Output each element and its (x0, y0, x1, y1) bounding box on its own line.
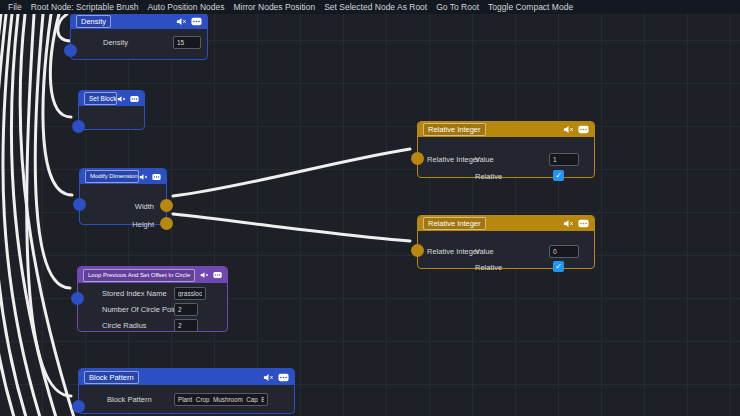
menu-item-auto-position-nodes[interactable]: Auto Position Nodes (147, 0, 224, 14)
mute-icon[interactable] (176, 17, 187, 26)
menu-item-go-to-root[interactable]: Go To Root (436, 0, 479, 14)
menu-item-set-selected-node-as-root[interactable]: Set Selected Node As Root (324, 0, 427, 14)
value-label: Value (475, 155, 494, 164)
modify-dimensions-input-port[interactable] (73, 198, 86, 211)
stored-index-name-input[interactable] (174, 287, 206, 300)
block-pattern-field-label: Block Pattern (107, 395, 152, 404)
node-title: Density (76, 15, 111, 28)
comment-icon[interactable] (152, 173, 161, 181)
node-modify-dimensions-body: Width Height (80, 184, 166, 224)
node-title: Relative Integer (423, 217, 486, 230)
value-input[interactable] (549, 153, 579, 166)
height-output-port[interactable] (160, 217, 173, 230)
relative-label: Relative (475, 172, 502, 181)
set-blocks-input-port[interactable] (72, 120, 85, 133)
menu-item-root-node[interactable]: Root Node: Scriptable Brush (31, 0, 139, 14)
block-pattern-input-port[interactable] (72, 400, 85, 413)
menu-bar: File Root Node: Scriptable Brush Auto Po… (0, 0, 740, 14)
output-label-width: Width (135, 202, 154, 211)
node-title: Loop Previous And Set Offset In Circle (83, 269, 195, 282)
node-modify-dimensions-header[interactable]: Modify Dimensions (80, 169, 166, 184)
node-loop-offset-circle[interactable]: Loop Previous And Set Offset In Circle S… (77, 266, 228, 332)
block-pattern-input[interactable] (174, 393, 268, 406)
edge-to-block-pattern (27, 14, 71, 396)
node-relative-integer-1[interactable]: Relative Integer Relative Integer Value … (417, 121, 595, 178)
input-port-label: Relative Integer (427, 247, 480, 256)
relative-integer-1-input-port[interactable] (411, 152, 424, 165)
node-set-blocks-header[interactable]: Set Blocks (79, 91, 144, 106)
mute-icon[interactable] (563, 125, 574, 134)
density-field-input[interactable] (173, 36, 201, 49)
mute-icon[interactable] (117, 95, 126, 103)
input-port-label: Relative Integer (427, 155, 480, 164)
output-label-height: Height (132, 220, 154, 229)
edge-to-set-blocks (50, 14, 71, 117)
node-relative-integer-2-body: Relative Integer Value Relative ✓ (418, 231, 594, 268)
node-relative-integer-2[interactable]: Relative Integer Relative Integer Value … (417, 215, 595, 269)
node-block-pattern[interactable]: Block Pattern Block Pattern (78, 368, 295, 414)
edge-to-density (58, 14, 71, 41)
comment-icon[interactable] (130, 95, 139, 103)
menu-item-file[interactable]: File (8, 0, 22, 14)
node-title: Modify Dimensions (85, 170, 139, 183)
value-input[interactable] (549, 245, 579, 258)
circle-radius-label: Circle Radius (102, 321, 147, 330)
mute-icon[interactable] (263, 373, 274, 382)
relative-integer-2-input-port[interactable] (411, 244, 424, 257)
node-block-pattern-body: Block Pattern (79, 385, 294, 413)
mute-icon[interactable] (563, 219, 574, 228)
edge-fan-4 (11, 14, 60, 416)
comment-icon[interactable] (213, 271, 222, 279)
comment-icon[interactable] (191, 17, 202, 26)
value-label: Value (475, 247, 494, 256)
node-title: Set Blocks (84, 92, 117, 105)
menu-item-toggle-compact-mode[interactable]: Toggle Compact Mode (488, 0, 573, 14)
node-relative-integer-1-header[interactable]: Relative Integer (418, 122, 594, 137)
circle-points-input[interactable] (174, 303, 198, 316)
comment-icon[interactable] (278, 373, 289, 382)
edge-width-to-relative-integer-1 (173, 149, 410, 196)
relative-checkbox[interactable]: ✓ (553, 170, 564, 181)
node-loop-header[interactable]: Loop Previous And Set Offset In Circle (78, 267, 227, 283)
relative-checkbox[interactable]: ✓ (553, 261, 564, 272)
node-set-blocks-body (79, 106, 144, 129)
edge-height-to-relative-integer-2 (173, 214, 410, 241)
node-block-pattern-header[interactable]: Block Pattern (79, 369, 294, 385)
mute-icon[interactable] (139, 173, 148, 181)
menu-item-mirror-nodes-position[interactable]: Mirror Nodes Position (233, 0, 315, 14)
node-density-body: Density (71, 29, 207, 59)
node-loop-body: Stored Index Name Number Of Circle Point… (78, 283, 227, 331)
node-relative-integer-2-header[interactable]: Relative Integer (418, 216, 594, 231)
mute-icon[interactable] (200, 271, 209, 279)
stored-index-name-label: Stored Index Name (102, 289, 167, 298)
relative-label: Relative (475, 263, 502, 272)
circle-radius-input[interactable] (174, 319, 198, 332)
density-input-port[interactable] (64, 44, 77, 57)
node-relative-integer-1-body: Relative Integer Value Relative ✓ (418, 137, 594, 177)
loop-input-port[interactable] (71, 292, 84, 305)
comment-icon[interactable] (578, 219, 589, 228)
circle-points-label: Number Of Circle Points (102, 305, 183, 314)
comment-icon[interactable] (578, 125, 589, 134)
node-modify-dimensions[interactable]: Modify Dimensions Width Height (79, 168, 167, 225)
density-field-label: Density (103, 38, 128, 47)
node-density[interactable]: Density Density (70, 13, 208, 60)
node-title: Block Pattern (84, 371, 139, 384)
node-title: Relative Integer (423, 123, 486, 136)
node-graph-canvas[interactable]: Density Density Set Blocks Modify Dim (0, 0, 740, 416)
node-set-blocks[interactable]: Set Blocks (78, 90, 145, 130)
width-output-port[interactable] (160, 199, 173, 212)
node-density-header[interactable]: Density (71, 14, 207, 29)
